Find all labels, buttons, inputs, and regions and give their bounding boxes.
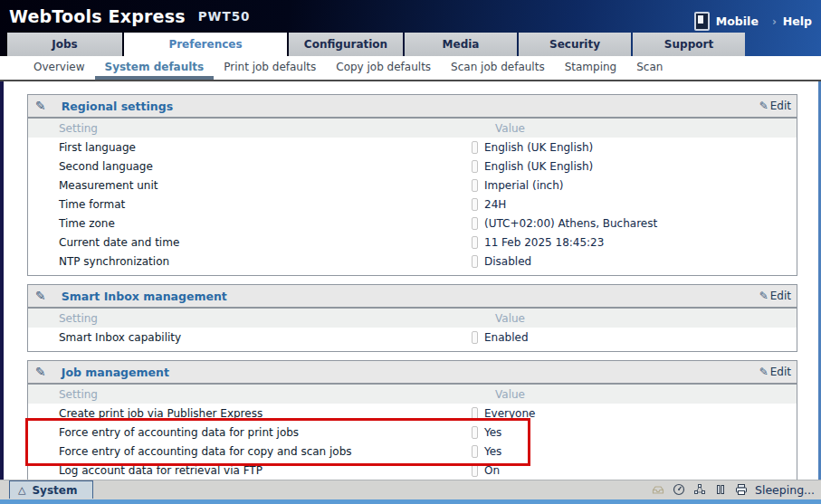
value-marker-icon: [472, 198, 478, 211]
value-marker-icon: [472, 445, 478, 458]
setting-value: On: [472, 464, 500, 477]
setting-value: Enabled: [472, 331, 529, 344]
setting-value: English (UK English): [472, 160, 593, 173]
value-marker-icon: [472, 141, 478, 154]
status-indicators: Sleeping...: [651, 480, 815, 499]
help-link[interactable]: Help: [783, 14, 812, 28]
column-setting: Setting: [28, 388, 98, 401]
setting-label: Current date and time: [28, 236, 179, 249]
table-row: First language English (UK English): [28, 138, 797, 157]
section-title: Job management: [62, 366, 169, 379]
subtab-scan-job-defaults[interactable]: Scan job defaults: [441, 56, 555, 80]
mobile-link[interactable]: Mobile: [716, 14, 759, 28]
table-row: Time format 24H: [28, 195, 797, 214]
setting-label: Time zone: [28, 217, 115, 230]
setting-label: First language: [28, 141, 136, 154]
tab-preferences[interactable]: Preferences: [124, 33, 287, 56]
setting-value: Imperial (inch): [472, 179, 564, 192]
section-title: Smart Inbox management: [62, 290, 227, 303]
setting-value: Yes: [472, 445, 501, 458]
setting-label: Create print job via Publisher Express: [28, 407, 263, 420]
pencil-icon[interactable]: ✎: [35, 100, 46, 112]
section-title: Regional settings: [62, 100, 173, 113]
subtab-overview[interactable]: Overview: [24, 56, 95, 80]
edit-label: Edit: [770, 366, 791, 378]
subtab-stamping[interactable]: Stamping: [555, 56, 627, 80]
table-row: Create print job via Publisher Express E…: [28, 404, 797, 423]
printer-model: PWT50: [198, 9, 251, 24]
edit-label: Edit: [770, 290, 791, 302]
status-bar: △ System: [0, 480, 821, 499]
section-header: ✎ Job management ✎ Edit: [28, 361, 797, 385]
tab-media[interactable]: Media: [405, 33, 517, 56]
setting-label: NTP synchronization: [28, 255, 169, 268]
value-marker-icon: [472, 179, 478, 192]
network-icon: [692, 482, 707, 497]
section-job-management: ✎ Job management ✎ Edit Setting Value Cr…: [27, 360, 797, 480]
table-row-highlighted: Force entry of accounting data for copy …: [28, 442, 797, 461]
table-row: NTP synchronization Disabled: [28, 252, 797, 271]
chevron-right-icon: ›: [772, 15, 777, 28]
setting-value: (UTC+02:00) Athens, Bucharest: [472, 217, 657, 230]
column-setting: Setting: [28, 312, 98, 325]
system-tab-label: System: [32, 484, 77, 497]
tab-support[interactable]: Support: [633, 33, 745, 56]
setting-value: 11 Feb 2025 18:45:23: [472, 236, 604, 249]
setting-label: Second language: [28, 160, 153, 173]
subtab-system-defaults[interactable]: System defaults: [95, 56, 215, 80]
column-header-row: Setting Value: [28, 309, 797, 328]
system-defaults-content: ✎ Regional settings ✎ Edit Setting Value…: [4, 81, 818, 480]
pencil-icon[interactable]: ✎: [35, 290, 46, 302]
main-tab-bar: Jobs Preferences Configuration Media Sec…: [7, 33, 745, 56]
tab-security[interactable]: Security: [519, 33, 631, 56]
setting-label: Time format: [28, 198, 125, 211]
pencil-icon[interactable]: ✎: [35, 366, 46, 378]
tab-jobs[interactable]: Jobs: [7, 33, 122, 56]
column-header-row: Setting Value: [28, 119, 797, 138]
system-status-tab[interactable]: △ System: [9, 480, 93, 499]
printer-status-text: Sleeping...: [755, 483, 815, 497]
value-marker-icon: [472, 426, 478, 439]
setting-value: English (UK English): [472, 141, 593, 154]
edit-button[interactable]: ✎ Edit: [759, 361, 791, 383]
pencil-icon: ✎: [759, 366, 768, 377]
app-header: WebTools Express PWT50 Mobile › Help Job…: [0, 0, 821, 56]
header-links: Mobile › Help: [694, 12, 812, 31]
pause-icon: [713, 482, 728, 497]
section-regional-settings: ✎ Regional settings ✎ Edit Setting Value…: [27, 94, 797, 276]
value-marker-icon: [472, 236, 478, 249]
table-row: Log account data for retrieval via FTP O…: [28, 461, 797, 480]
pencil-icon: ✎: [759, 290, 768, 301]
setting-label: Measurement unit: [28, 179, 158, 192]
setting-value: Everyone: [472, 407, 535, 420]
value-marker-icon: [472, 217, 478, 230]
table-row: Smart Inbox capability Enabled: [28, 328, 797, 347]
column-setting: Setting: [28, 122, 98, 135]
app-title: WebTools Express: [9, 6, 186, 26]
warning-triangle-icon: △: [18, 484, 25, 496]
setting-label: Smart Inbox capability: [28, 331, 181, 344]
edit-button[interactable]: ✎ Edit: [759, 95, 791, 117]
column-value: Value: [495, 388, 525, 401]
subtab-scan[interactable]: Scan: [626, 56, 673, 80]
edit-button[interactable]: ✎ Edit: [759, 285, 791, 307]
tab-configuration[interactable]: Configuration: [289, 33, 403, 56]
column-header-row: Setting Value: [28, 385, 797, 404]
preferences-subnav: Overview System defaults Print job defau…: [0, 56, 821, 80]
setting-value: Disabled: [472, 255, 531, 268]
table-row-highlighted: Force entry of accounting data for print…: [28, 423, 797, 442]
setting-value: Yes: [472, 426, 501, 439]
column-value: Value: [495, 122, 525, 135]
mobile-device-icon[interactable]: [694, 12, 710, 31]
value-marker-icon: [472, 160, 478, 173]
section-smart-inbox-management: ✎ Smart Inbox management ✎ Edit Setting …: [27, 284, 797, 352]
section-header: ✎ Smart Inbox management ✎ Edit: [28, 285, 797, 309]
setting-label: Force entry of accounting data for print…: [28, 426, 299, 439]
column-value: Value: [495, 312, 525, 325]
setting-value: 24H: [472, 198, 506, 211]
subtab-copy-job-defaults[interactable]: Copy job defaults: [326, 56, 441, 80]
value-marker-icon: [472, 407, 478, 420]
setting-label: Log account data for retrieval via FTP: [28, 464, 263, 477]
edit-label: Edit: [770, 100, 791, 112]
subtab-print-job-defaults[interactable]: Print job defaults: [214, 56, 326, 80]
